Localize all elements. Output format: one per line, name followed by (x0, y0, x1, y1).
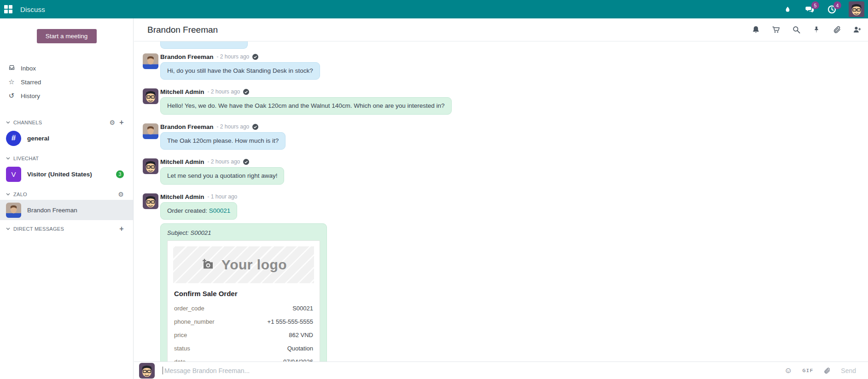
message-bubble: Let me send you a quotation right away! (160, 167, 284, 185)
order-field-row: date 07/04/2026 (168, 355, 320, 362)
unread-count-badge: 3 (116, 170, 124, 178)
section-channels[interactable]: CHANNELS ⚙ + (0, 118, 133, 127)
message-author[interactable]: Brandon Freeman (160, 123, 214, 130)
logo-text: Your logo (221, 257, 287, 273)
emoji-icon[interactable]: ☺ (784, 366, 792, 375)
order-field-key: price (174, 332, 187, 338)
mitchell-avatar-image (143, 193, 158, 209)
app-title[interactable]: Discuss (20, 6, 45, 13)
message-scroll-area[interactable]: Brandon Freeman - 2 hours ago Hi, do you… (134, 41, 868, 362)
activities-badge: 4 (833, 1, 841, 9)
message-text: Hello! Yes, we do. We have the Oak 120cm… (167, 102, 445, 109)
gear-icon[interactable]: ⚙ (118, 191, 124, 198)
sidebar-item-label: History (21, 93, 40, 99)
message-author[interactable]: Brandon Freeman (160, 53, 214, 60)
message-avatar[interactable] (143, 158, 158, 174)
send-button[interactable]: Send (841, 367, 856, 374)
sidebar-item-starred[interactable]: ☆ Starred (0, 75, 133, 89)
zalo-row-brandon-freeman[interactable]: Brandon Freeman (0, 200, 133, 220)
attach-icon[interactable] (823, 367, 831, 374)
message-bubble: Hi, do you still have the Oak Standing D… (160, 62, 320, 80)
message-avatar[interactable] (143, 123, 158, 139)
message-timestamp: - 2 hours ago (217, 53, 250, 60)
order-field-value: S00021 (292, 305, 313, 312)
message-author[interactable]: Mitchell Admin (160, 88, 204, 95)
message-author[interactable]: Mitchell Admin (160, 158, 204, 165)
message-avatar[interactable] (143, 53, 158, 69)
search-icon[interactable] (792, 25, 801, 35)
plus-icon[interactable]: + (119, 119, 124, 126)
cart-icon[interactable] (771, 25, 781, 35)
order-field-key: status (174, 345, 190, 352)
gif-button[interactable]: GIF (803, 367, 814, 373)
order-field-value: 07/04/2026 (283, 358, 313, 362)
message-avatar[interactable] (143, 193, 158, 209)
order-fields: order_code S00021 phone_number +1 555-55… (168, 302, 320, 362)
message-list: Brandon Freeman - 2 hours ago Hi, do you… (143, 52, 868, 220)
message-text: Order created: S00021 (167, 207, 230, 214)
message-timestamp: - 2 hours ago (208, 158, 240, 165)
bell-icon[interactable] (751, 25, 760, 35)
camera-icon (200, 258, 216, 272)
visitor-label: Visitor (United States) (27, 171, 92, 178)
order-field-value: +1 555-555-5555 (268, 318, 313, 325)
chevron-down-icon (6, 121, 10, 124)
activity-clock-icon[interactable]: 4 (827, 4, 837, 14)
contact-avatar (6, 203, 21, 218)
inbox-icon (7, 64, 16, 72)
message-bubble: Order created: S00021 (160, 202, 237, 220)
text-cursor (163, 367, 163, 374)
company-logo-placeholder: Your logo (173, 246, 314, 283)
message-input[interactable] (164, 367, 784, 374)
section-label: DIRECT MESSAGES (13, 226, 64, 232)
brandon-avatar-image (143, 123, 158, 139)
message-avatar[interactable] (143, 88, 158, 104)
sidebar-item-history[interactable]: ↺ History (0, 89, 133, 103)
order-field-row: order_code S00021 (168, 302, 320, 315)
topbar-user-avatar[interactable] (849, 1, 864, 17)
pin-icon[interactable] (812, 25, 821, 35)
order-message-card: Subject: S00021 Your logo Confirm Sale O… (160, 223, 327, 362)
gear-icon[interactable]: ⚙ (109, 119, 115, 126)
message-timestamp: - 2 hours ago (217, 123, 250, 130)
message-author[interactable]: Mitchell Admin (160, 193, 204, 200)
plus-icon[interactable]: + (119, 225, 124, 233)
channel-row-general[interactable]: # general (0, 129, 133, 147)
contact-label: Brandon Freeman (27, 207, 77, 214)
section-livechat[interactable]: LIVECHAT (0, 154, 133, 163)
section-direct-messages[interactable]: DIRECT MESSAGES + (0, 225, 133, 233)
history-icon: ↺ (7, 92, 16, 100)
mitchell-avatar-image (139, 363, 155, 379)
channel-label: general (27, 135, 49, 142)
chat-message: Mitchell Admin - 2 hours ago Let me send… (143, 157, 868, 185)
section-zalo[interactable]: ZALO ⚙ (0, 190, 133, 198)
sidebar-item-inbox[interactable]: Inbox (0, 61, 133, 75)
clipped-message-bubble (160, 41, 248, 49)
order-link[interactable]: S00021 (209, 207, 231, 214)
mitchell-avatar-image (143, 158, 158, 174)
chat-message: Brandon Freeman - 2 hours ago Hi, do you… (143, 52, 868, 80)
order-field-key: date (174, 358, 186, 362)
chat-header: Brandon Freeman (134, 18, 868, 41)
mitchell-avatar-image (849, 1, 864, 17)
apps-menu-icon[interactable] (4, 5, 12, 13)
message-composer: ☺ GIF Send (134, 362, 868, 379)
order-field-value: Quotation (287, 345, 313, 352)
livechat-row-visitor[interactable]: V Visitor (United States) 3 (0, 165, 133, 183)
paperclip-icon[interactable] (832, 25, 841, 35)
add-user-icon[interactable] (852, 25, 862, 35)
start-meeting-button[interactable]: Start a meeting (37, 29, 97, 43)
discuss-sidebar: Start a meeting Inbox ☆ Starred ↺ Histor… (0, 18, 134, 379)
verified-check-icon (252, 54, 258, 60)
message-timestamp: - 2 hours ago (208, 88, 240, 95)
order-subject: Subject: S00021 (167, 229, 320, 236)
order-field-row: price 862 VND (168, 328, 320, 342)
messages-icon[interactable]: 5 (804, 4, 815, 14)
message-timestamp: - 1 hour ago (208, 193, 238, 200)
chevron-down-icon (6, 227, 10, 230)
order-field-row: phone_number +1 555-555-5555 (168, 315, 320, 328)
composer-user-avatar (139, 363, 155, 379)
droplet-icon[interactable] (782, 4, 792, 14)
chat-title[interactable]: Brandon Freeman (147, 25, 218, 35)
message-bubble: The Oak 120cm please. How much is it? (160, 132, 285, 150)
